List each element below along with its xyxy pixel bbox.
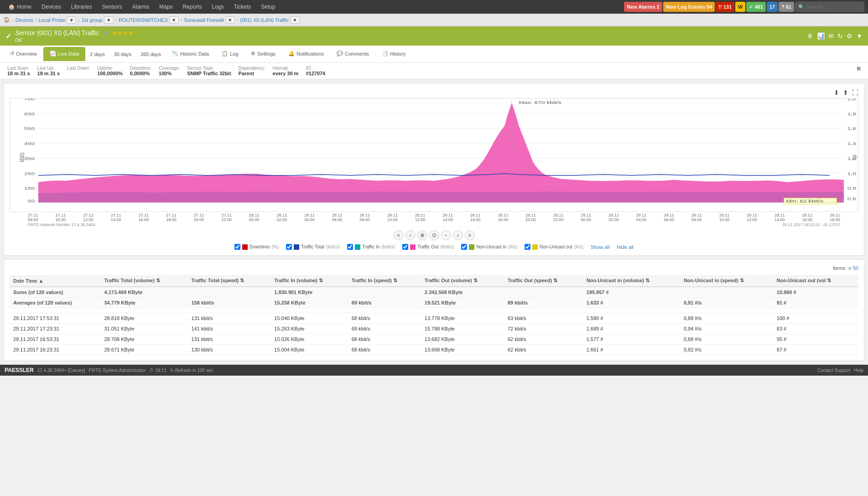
nav-alarms[interactable]: Alarms [128, 0, 154, 14]
tab-log[interactable]: 📋 Log [215, 47, 244, 61]
blue-count-button[interactable]: 17 [767, 2, 778, 12]
col-tt-vol[interactable]: Traffic Total (volume) ⇅ [100, 275, 187, 287]
traffic-total-checkbox[interactable] [286, 244, 292, 250]
avg-ti-vol: 15.258 KByte [270, 298, 348, 308]
avg-to-spd: 89 kbit/s [504, 298, 583, 308]
firewall-dropdown-icon[interactable]: ▼ [225, 16, 235, 24]
help-link[interactable]: Help [854, 368, 863, 373]
sensor-dropdown-icon[interactable]: ▼ [290, 16, 300, 24]
download-icon[interactable]: ⬇ [834, 89, 839, 96]
email-icon[interactable]: ✉ [828, 32, 834, 40]
chart-nav-zoom-out[interactable]: − [441, 230, 451, 240]
col-datetime[interactable]: Date Time ▲ [10, 275, 100, 287]
grid-icon[interactable]: ⊞ [857, 66, 861, 76]
tab-historic[interactable]: 📉 Historic Data [166, 47, 215, 61]
breadcrumb-devices[interactable]: Devices [16, 17, 33, 23]
sensor-ext-icon[interactable]: 🔗 [103, 31, 108, 36]
pause-icon[interactable]: ⏸ [807, 32, 813, 40]
breadcrumb-home-icon[interactable]: 🏠 [4, 17, 10, 23]
sensor-stars[interactable]: ★★★★☆ [112, 30, 139, 36]
warning-button[interactable]: W [735, 2, 745, 12]
router-dropdown-icon[interactable]: ▼ [169, 16, 179, 24]
nav-setup[interactable]: Setup [256, 0, 280, 14]
col-nu-out-vol[interactable]: Non-Unicast out (vol ⇅ [773, 275, 858, 287]
svg-text:1,0: 1,0 [847, 171, 857, 176]
nav-reports[interactable]: Reports [178, 0, 206, 14]
search-box[interactable]: 🔍 [795, 2, 864, 12]
settings-tab-icon: ⚙ [251, 51, 255, 57]
tab-2days[interactable]: 2 days [85, 48, 109, 61]
nav-libraries[interactable]: Libraries [67, 0, 97, 14]
col-ti-vol[interactable]: Traffic In (volume) ⇅ [270, 275, 348, 287]
chart-nav-first[interactable]: « [394, 230, 404, 240]
comments-icon: 💬 [337, 51, 343, 57]
tab-notifications[interactable]: 🔔 Notifications [282, 47, 330, 61]
avg-nu-in-vol: 1.633 # [583, 298, 680, 308]
hide-all-link[interactable]: Hide all [617, 244, 634, 250]
new-log-entries-button[interactable]: New Log Entries 94 [663, 2, 715, 12]
col-nu-in-vol[interactable]: Non-Unicast in (volume) ⇅ [583, 275, 680, 287]
col-to-spd[interactable]: Traffic Out (speed) ⇅ [504, 275, 583, 287]
chart-nav-last[interactable]: » [465, 230, 475, 240]
col-tt-spd[interactable]: Traffic Total (speed) ⇅ [188, 275, 271, 287]
col-to-vol[interactable]: Traffic Out (volume) ⇅ [421, 275, 504, 287]
tab-comments[interactable]: 💬 Comments [330, 47, 375, 61]
nav-home[interactable]: 🏠 Home [4, 0, 36, 14]
non-unicast-out-checkbox[interactable] [525, 244, 530, 250]
downtime-checkbox[interactable] [234, 244, 240, 250]
traffic-out-checkbox[interactable] [402, 244, 408, 250]
non-unicast-in-checkbox[interactable] [461, 244, 467, 250]
chart-nav-zoom-fit[interactable]: ⊙ [429, 230, 439, 240]
chart-icon[interactable]: 📊 [817, 32, 825, 40]
items-count-dropdown[interactable]: ∨ 50 [848, 265, 858, 271]
nav-devices[interactable]: Devices [37, 0, 66, 14]
tab-30days[interactable]: 30 days [109, 48, 136, 61]
expand-icon[interactable]: ⛶ [852, 89, 858, 96]
footer-version: 17.4.36.3404+ [Canary] [37, 368, 85, 373]
footer-refresh[interactable]: ↻ Refresh in 100 sec [170, 368, 213, 373]
id-label: ID: [306, 66, 325, 71]
chart-nav-prev[interactable]: ‹ [405, 230, 416, 240]
search-input[interactable] [806, 4, 861, 10]
contact-support-link[interactable]: Contact Support [817, 368, 850, 373]
breadcrumb-group[interactable]: 1st group ▼ [82, 16, 114, 24]
gray-count-button[interactable]: ? 61 [779, 2, 794, 12]
chart-area: 700 650 550 450 350 250 150 50 kbit/s 2,… [10, 98, 858, 212]
row-nu-out-vol: 87 # [773, 345, 858, 355]
new-alarms-button[interactable]: New Alarms 2 [624, 2, 662, 12]
chart-nav-next[interactable]: › [453, 230, 463, 240]
exclamation-button[interactable]: !! 131 [716, 2, 734, 12]
settings-icon[interactable]: ⚙ [847, 32, 852, 40]
group-dropdown-icon[interactable]: ▼ [104, 16, 114, 24]
row-nu-in-spd: 0,94 #/s [680, 324, 773, 334]
tab-history[interactable]: 📑 History [375, 47, 412, 61]
col-ti-spd[interactable]: Traffic In (speed) ⇅ [348, 275, 421, 287]
nav-logs[interactable]: Logs [207, 0, 228, 14]
historic-icon: 📉 [172, 51, 178, 57]
nav-sensors[interactable]: Sensors [98, 0, 127, 14]
breadcrumb-sep6: › [237, 17, 239, 23]
col-nu-in-spd[interactable]: Non-Unicast in (speed) ⇅ [680, 275, 773, 287]
breadcrumb-router[interactable]: ROUTER/SWITCHES ▼ [119, 16, 178, 24]
tab-settings[interactable]: ⚙ Settings [244, 47, 282, 61]
breadcrumb-firewall[interactable]: Sonicwall Firewall ▼ [184, 16, 234, 24]
tab-365days[interactable]: 365 days [136, 48, 166, 61]
breadcrumb-sep2: › [35, 17, 37, 23]
show-all-link[interactable]: Show all [591, 244, 610, 250]
tab-live-data[interactable]: 📈 Live Data [43, 47, 85, 61]
legend-non-unicast-out: Non-Unicast out (#/s) [525, 244, 583, 250]
breadcrumb-sensor[interactable]: (001) X0 (LAN) Traffic ▼ [240, 16, 300, 24]
more-icon[interactable]: ▼ [856, 32, 863, 40]
tab-overview[interactable]: ↺ Overview [4, 47, 43, 61]
nav-maps[interactable]: Maps [155, 0, 177, 14]
breadcrumb-probe[interactable]: Local Probe ▼ [38, 16, 76, 24]
probe-dropdown-icon[interactable]: ▼ [67, 16, 76, 24]
row-datetime: 29.11.2017 16:23:31 [10, 345, 100, 355]
chart-nav-zoom-in[interactable]: ⊕ [417, 230, 427, 240]
refresh-icon[interactable]: ↻ [837, 32, 843, 40]
row-tt-spd: 131 kbit/s [188, 313, 271, 324]
upload-icon[interactable]: ⬆ [843, 89, 848, 96]
traffic-in-checkbox[interactable] [347, 244, 353, 250]
nav-tickets[interactable]: Tickets [229, 0, 256, 14]
green-count-button[interactable]: ✓ 481 [746, 2, 765, 12]
